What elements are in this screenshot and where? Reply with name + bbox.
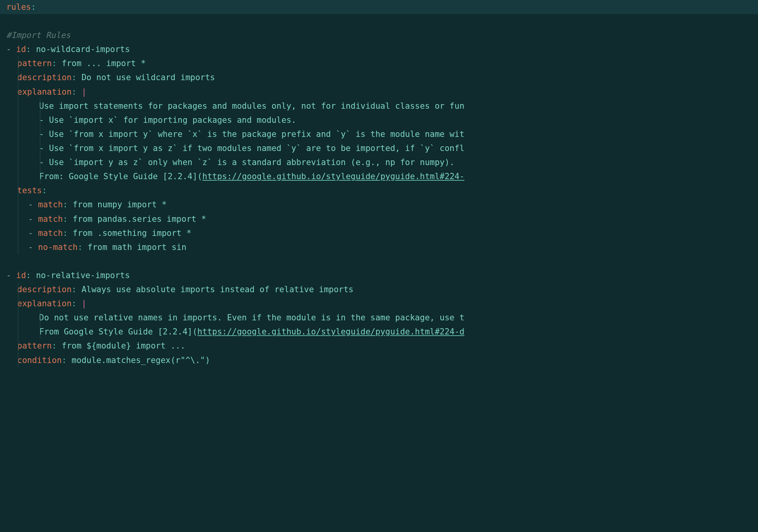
code-line: description: Do not use wildcard imports (6, 70, 758, 84)
blank-line (6, 14, 758, 28)
yaml-key: rules (6, 2, 31, 12)
explanation-text: From Google Style Guide [2.2.4]( (39, 327, 198, 336)
dash: - (6, 271, 11, 280)
yaml-value: module.matches_regex(r"^\.") (72, 356, 210, 365)
yaml-value: from pandas.series import * (73, 214, 206, 224)
code-line: pattern: from ${module} import ... (6, 339, 758, 353)
explanation-text: From: Google Style Guide [2.2.4]( (39, 172, 202, 181)
code-line: rules: (0, 0, 758, 14)
code-line: - Use `from x import y as z` if two modu… (6, 141, 758, 155)
yaml-value: from ${module} import ... (62, 341, 185, 350)
explanation-text: Use import statements for packages and m… (39, 101, 464, 111)
yaml-key: explanation (17, 299, 72, 308)
code-line: description: Always use absolute imports… (6, 282, 758, 297)
yaml-key: match (38, 200, 63, 209)
code-line: - id: no-wildcard-imports (6, 42, 758, 56)
explanation-text: - Use `from x import y` where `x` is the… (39, 129, 464, 139)
code-line: From Google Style Guide [2.2.4](https://… (6, 325, 758, 339)
explanation-text: - Use `import x` for importing packages … (39, 115, 296, 125)
explanation-text: - Use `from x import y as z` if two modu… (39, 144, 464, 153)
yaml-value: from .something import * (73, 228, 191, 238)
yaml-key: match (38, 214, 63, 224)
yaml-key: pattern (17, 59, 52, 68)
yaml-key: no-match (38, 243, 77, 252)
yaml-key: pattern (17, 341, 52, 350)
code-line: - Use `import y as z` only when `z` is a… (6, 155, 758, 169)
yaml-value: no-relative-imports (36, 271, 130, 280)
link[interactable]: https://google.github.io/styleguide/pygu… (202, 172, 464, 181)
yaml-value: from math import sin (88, 243, 187, 252)
code-line: explanation: | (6, 297, 758, 311)
yaml-pipe: | (81, 299, 86, 308)
yaml-value: Always use absolute imports instead of r… (81, 285, 353, 294)
yaml-key: description (17, 285, 72, 294)
code-line: - Use `import x` for importing packages … (6, 113, 758, 127)
code-line: - id: no-relative-imports (6, 268, 758, 282)
yaml-value: from numpy import * (73, 200, 167, 209)
code-line: - match: from pandas.series import * (6, 212, 758, 226)
yaml-pipe: | (81, 87, 86, 97)
code-line: - no-match: from math import sin (6, 240, 758, 254)
code-line: condition: module.matches_regex(r"^\.") (6, 353, 758, 367)
code-line: From: Google Style Guide [2.2.4](https:/… (6, 169, 758, 183)
code-line: Use import statements for packages and m… (6, 99, 758, 113)
yaml-key: condition (17, 356, 62, 365)
yaml-key: id (16, 45, 26, 54)
yaml-value: Do not use wildcard imports (81, 73, 215, 82)
code-line: Do not use relative names in imports. Ev… (6, 311, 758, 325)
yaml-key: match (38, 228, 63, 238)
yaml-key: description (17, 73, 72, 82)
yaml-key: id (16, 271, 26, 280)
code-line: - Use `from x import y` where `x` is the… (6, 127, 758, 141)
yaml-comment: #Import Rules (6, 31, 70, 40)
code-line: pattern: from ... import * (6, 56, 758, 70)
colon: : (31, 2, 36, 12)
explanation-text: - Use `import y as z` only when `z` is a… (39, 158, 454, 167)
yaml-key: explanation (17, 87, 72, 97)
link[interactable]: https://google.github.io/styleguide/pygu… (198, 327, 465, 336)
yaml-value: no-wildcard-imports (36, 45, 130, 54)
code-line: explanation: | (6, 85, 758, 99)
code-line: tests: (6, 183, 758, 198)
dash: - (6, 45, 11, 54)
explanation-text: Do not use relative names in imports. Ev… (39, 313, 464, 322)
code-line: - match: from .something import * (6, 226, 758, 240)
code-line: - match: from numpy import * (6, 198, 758, 212)
blank-line (6, 254, 758, 268)
code-editor[interactable]: rules: #Import Rules - id: no-wildcard-i… (0, 0, 758, 375)
yaml-value: from ... import * (62, 59, 146, 68)
code-line: #Import Rules (6, 28, 758, 42)
yaml-key: tests (17, 186, 42, 195)
